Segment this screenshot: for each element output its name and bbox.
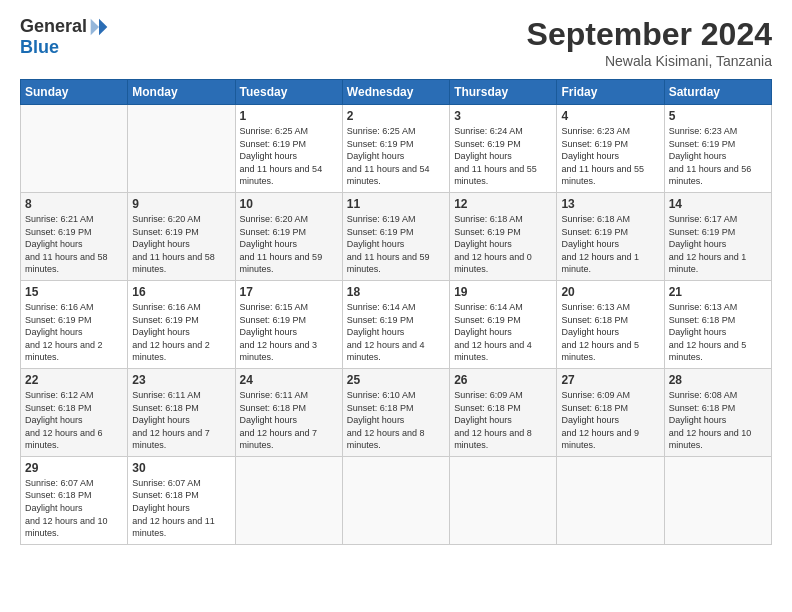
day-info: Sunrise: 6:25 AMSunset: 6:19 PMDaylight … — [240, 126, 323, 186]
day-info: Sunrise: 6:11 AMSunset: 6:18 PMDaylight … — [132, 390, 210, 450]
day-info: Sunrise: 6:24 AMSunset: 6:19 PMDaylight … — [454, 126, 537, 186]
calendar-cell: 28 Sunrise: 6:08 AMSunset: 6:18 PMDaylig… — [664, 368, 771, 456]
day-info: Sunrise: 6:18 AMSunset: 6:19 PMDaylight … — [561, 214, 639, 274]
calendar-cell: 22 Sunrise: 6:12 AMSunset: 6:18 PMDaylig… — [21, 368, 128, 456]
calendar-header-saturday: Saturday — [664, 80, 771, 105]
day-number: 19 — [454, 285, 552, 299]
calendar-cell: 30 Sunrise: 6:07 AMSunset: 6:18 PMDaylig… — [128, 456, 235, 544]
day-number: 30 — [132, 461, 230, 475]
day-info: Sunrise: 6:09 AMSunset: 6:18 PMDaylight … — [561, 390, 639, 450]
calendar-cell: 25 Sunrise: 6:10 AMSunset: 6:18 PMDaylig… — [342, 368, 449, 456]
calendar-cell: 10 Sunrise: 6:20 AMSunset: 6:19 PMDaylig… — [235, 192, 342, 280]
day-number: 23 — [132, 373, 230, 387]
day-info: Sunrise: 6:19 AMSunset: 6:19 PMDaylight … — [347, 214, 430, 274]
calendar-cell: 21 Sunrise: 6:13 AMSunset: 6:18 PMDaylig… — [664, 280, 771, 368]
calendar-cell: 8 Sunrise: 6:21 AMSunset: 6:19 PMDayligh… — [21, 192, 128, 280]
calendar-week-4: 22 Sunrise: 6:12 AMSunset: 6:18 PMDaylig… — [21, 368, 772, 456]
day-info: Sunrise: 6:14 AMSunset: 6:19 PMDaylight … — [454, 302, 532, 362]
day-info: Sunrise: 6:20 AMSunset: 6:19 PMDaylight … — [132, 214, 215, 274]
calendar-header-thursday: Thursday — [450, 80, 557, 105]
calendar-cell: 17 Sunrise: 6:15 AMSunset: 6:19 PMDaylig… — [235, 280, 342, 368]
calendar-cell: 2 Sunrise: 6:25 AMSunset: 6:19 PMDayligh… — [342, 105, 449, 193]
calendar-cell: 19 Sunrise: 6:14 AMSunset: 6:19 PMDaylig… — [450, 280, 557, 368]
day-info: Sunrise: 6:17 AMSunset: 6:19 PMDaylight … — [669, 214, 747, 274]
calendar-cell — [21, 105, 128, 193]
calendar-header-tuesday: Tuesday — [235, 80, 342, 105]
day-number: 28 — [669, 373, 767, 387]
day-number: 15 — [25, 285, 123, 299]
day-number: 9 — [132, 197, 230, 211]
calendar-header-row: SundayMondayTuesdayWednesdayThursdayFrid… — [21, 80, 772, 105]
calendar-cell: 24 Sunrise: 6:11 AMSunset: 6:18 PMDaylig… — [235, 368, 342, 456]
logo-general-text: General — [20, 16, 87, 37]
calendar-cell — [557, 456, 664, 544]
day-info: Sunrise: 6:10 AMSunset: 6:18 PMDaylight … — [347, 390, 425, 450]
day-number: 12 — [454, 197, 552, 211]
calendar-week-3: 15 Sunrise: 6:16 AMSunset: 6:19 PMDaylig… — [21, 280, 772, 368]
day-number: 13 — [561, 197, 659, 211]
calendar-week-2: 8 Sunrise: 6:21 AMSunset: 6:19 PMDayligh… — [21, 192, 772, 280]
calendar-cell: 13 Sunrise: 6:18 AMSunset: 6:19 PMDaylig… — [557, 192, 664, 280]
title-block: September 2024 Newala Kisimani, Tanzania — [527, 16, 772, 69]
day-number: 4 — [561, 109, 659, 123]
day-number: 24 — [240, 373, 338, 387]
day-number: 14 — [669, 197, 767, 211]
day-number: 17 — [240, 285, 338, 299]
day-number: 25 — [347, 373, 445, 387]
day-info: Sunrise: 6:13 AMSunset: 6:18 PMDaylight … — [561, 302, 639, 362]
page: General Blue September 2024 Newala Kisim… — [0, 0, 792, 612]
day-info: Sunrise: 6:14 AMSunset: 6:19 PMDaylight … — [347, 302, 425, 362]
day-number: 3 — [454, 109, 552, 123]
calendar-cell: 1 Sunrise: 6:25 AMSunset: 6:19 PMDayligh… — [235, 105, 342, 193]
calendar-cell: 12 Sunrise: 6:18 AMSunset: 6:19 PMDaylig… — [450, 192, 557, 280]
day-number: 8 — [25, 197, 123, 211]
day-number: 27 — [561, 373, 659, 387]
calendar-cell: 29 Sunrise: 6:07 AMSunset: 6:18 PMDaylig… — [21, 456, 128, 544]
calendar-week-1: 1 Sunrise: 6:25 AMSunset: 6:19 PMDayligh… — [21, 105, 772, 193]
day-info: Sunrise: 6:21 AMSunset: 6:19 PMDaylight … — [25, 214, 108, 274]
calendar-week-5: 29 Sunrise: 6:07 AMSunset: 6:18 PMDaylig… — [21, 456, 772, 544]
calendar-cell — [235, 456, 342, 544]
logo: General Blue — [20, 16, 109, 58]
calendar-cell: 14 Sunrise: 6:17 AMSunset: 6:19 PMDaylig… — [664, 192, 771, 280]
day-info: Sunrise: 6:16 AMSunset: 6:19 PMDaylight … — [132, 302, 210, 362]
day-number: 1 — [240, 109, 338, 123]
day-number: 21 — [669, 285, 767, 299]
day-info: Sunrise: 6:09 AMSunset: 6:18 PMDaylight … — [454, 390, 532, 450]
calendar-cell: 3 Sunrise: 6:24 AMSunset: 6:19 PMDayligh… — [450, 105, 557, 193]
calendar-cell: 15 Sunrise: 6:16 AMSunset: 6:19 PMDaylig… — [21, 280, 128, 368]
day-number: 26 — [454, 373, 552, 387]
day-info: Sunrise: 6:07 AMSunset: 6:18 PMDaylight … — [132, 478, 215, 538]
logo-flag-icon — [89, 17, 109, 37]
calendar-cell: 26 Sunrise: 6:09 AMSunset: 6:18 PMDaylig… — [450, 368, 557, 456]
calendar-header-wednesday: Wednesday — [342, 80, 449, 105]
location: Newala Kisimani, Tanzania — [527, 53, 772, 69]
calendar-cell: 18 Sunrise: 6:14 AMSunset: 6:19 PMDaylig… — [342, 280, 449, 368]
day-info: Sunrise: 6:23 AMSunset: 6:19 PMDaylight … — [561, 126, 644, 186]
day-number: 5 — [669, 109, 767, 123]
day-info: Sunrise: 6:20 AMSunset: 6:19 PMDaylight … — [240, 214, 323, 274]
calendar-cell: 27 Sunrise: 6:09 AMSunset: 6:18 PMDaylig… — [557, 368, 664, 456]
month-title: September 2024 — [527, 16, 772, 53]
day-number: 18 — [347, 285, 445, 299]
calendar-header-monday: Monday — [128, 80, 235, 105]
day-info: Sunrise: 6:23 AMSunset: 6:19 PMDaylight … — [669, 126, 752, 186]
day-number: 10 — [240, 197, 338, 211]
header: General Blue September 2024 Newala Kisim… — [20, 16, 772, 69]
calendar-cell: 4 Sunrise: 6:23 AMSunset: 6:19 PMDayligh… — [557, 105, 664, 193]
calendar-cell: 11 Sunrise: 6:19 AMSunset: 6:19 PMDaylig… — [342, 192, 449, 280]
day-number: 29 — [25, 461, 123, 475]
svg-marker-0 — [99, 18, 107, 35]
day-number: 20 — [561, 285, 659, 299]
logo-blue-text: Blue — [20, 37, 59, 58]
svg-marker-1 — [91, 18, 99, 35]
calendar-cell — [128, 105, 235, 193]
day-info: Sunrise: 6:07 AMSunset: 6:18 PMDaylight … — [25, 478, 108, 538]
day-info: Sunrise: 6:13 AMSunset: 6:18 PMDaylight … — [669, 302, 747, 362]
day-info: Sunrise: 6:25 AMSunset: 6:19 PMDaylight … — [347, 126, 430, 186]
day-number: 2 — [347, 109, 445, 123]
day-info: Sunrise: 6:11 AMSunset: 6:18 PMDaylight … — [240, 390, 318, 450]
calendar-header-sunday: Sunday — [21, 80, 128, 105]
calendar-cell: 9 Sunrise: 6:20 AMSunset: 6:19 PMDayligh… — [128, 192, 235, 280]
day-info: Sunrise: 6:12 AMSunset: 6:18 PMDaylight … — [25, 390, 103, 450]
